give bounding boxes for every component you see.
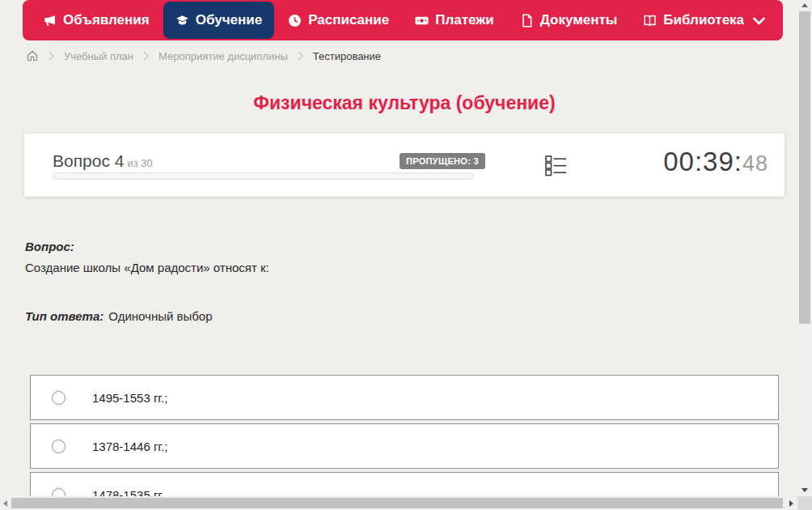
breadcrumb-item-discipline-event[interactable]: Мероприятие дисциплины (159, 50, 288, 62)
nav-item-label: Платежи (435, 12, 494, 28)
answer-type-value: Одиночный выбор (108, 309, 212, 323)
banknote-icon (415, 14, 429, 28)
scrollbar-corner (797, 496, 812, 510)
question-text: Создание школы «Дом радости» относят к: (25, 257, 753, 278)
answer-option-label: 1495-1553 гг.; (92, 391, 167, 405)
question-block: Вопрос: Создание школы «Дом радости» отн… (25, 236, 753, 327)
breadcrumb-item-curriculum[interactable]: Учебный план (64, 50, 133, 62)
main-navbar: Объявления Обучение Расписание Платежи Д… (23, 0, 783, 40)
timer-main: 00:39: (663, 147, 742, 176)
answer-type-row: Тип ответа:Одиночный выбор (25, 306, 753, 327)
page-title: Физическая культура (обучение) (0, 92, 809, 114)
answer-options: 1495-1553 гг.; 1378-1446 гг.; 1478-1535 … (30, 375, 779, 510)
answer-option-2[interactable]: 1378-1446 гг.; (30, 423, 779, 469)
nav-item-label: Объявления (63, 12, 150, 28)
question-heading: Вопрос: (25, 236, 753, 257)
nav-item-label: Расписание (308, 12, 389, 28)
vertical-scrollbar[interactable] (797, 0, 812, 496)
question-list-icon[interactable] (545, 155, 567, 176)
vertical-scroll-thumb[interactable] (799, 11, 810, 324)
chevron-right-icon (143, 51, 149, 61)
nav-item-label: Документы (540, 12, 618, 28)
radio-button[interactable] (52, 440, 66, 453)
question-counter: Вопрос 4из 30 (53, 151, 153, 171)
question-total: из 30 (127, 157, 152, 169)
nav-item-announcements[interactable]: Объявления (31, 2, 162, 39)
document-icon (520, 14, 534, 28)
megaphone-icon (43, 14, 57, 28)
question-number: Вопрос 4 (53, 151, 124, 170)
scroll-left-arrow[interactable] (3, 500, 7, 507)
answer-option-label: 1378-1446 гг.; (92, 440, 167, 453)
quiz-header-card: Вопрос 4из 30 ПРОПУЩЕНО: 3 00:39:48 (24, 134, 785, 197)
scroll-up-arrow[interactable] (801, 3, 808, 7)
graduation-cap-icon (176, 14, 189, 28)
timer-seconds: 48 (742, 151, 768, 176)
horizontal-scroll-thumb[interactable] (11, 498, 783, 508)
breadcrumb: Учебный план Мероприятие дисциплины Тест… (26, 49, 381, 62)
quiz-progress-bar (53, 172, 474, 180)
nav-item-label: Библиотека (663, 12, 744, 28)
nav-item-learning[interactable]: Обучение (163, 2, 274, 39)
clock-icon (288, 14, 302, 28)
home-icon[interactable] (26, 49, 39, 62)
chevron-right-icon (49, 51, 54, 61)
answer-type-label: Тип ответа: (25, 309, 104, 323)
countdown-timer: 00:39:48 (663, 147, 768, 177)
chevron-right-icon (298, 51, 303, 61)
book-icon (643, 14, 657, 28)
chevron-down-icon (752, 14, 766, 28)
nav-item-documents[interactable]: Документы (508, 2, 630, 39)
scroll-down-arrow[interactable] (801, 488, 808, 492)
horizontal-scrollbar[interactable] (0, 496, 797, 510)
nav-item-payments[interactable]: Платежи (403, 2, 506, 39)
nav-item-library[interactable]: Библиотека (631, 2, 778, 39)
breadcrumb-item-testing: Тестирование (313, 50, 381, 62)
answer-option-1[interactable]: 1495-1553 гг.; (30, 375, 779, 420)
nav-item-label: Обучение (196, 12, 262, 28)
nav-item-schedule[interactable]: Расписание (276, 2, 401, 39)
radio-button[interactable] (52, 391, 66, 405)
scroll-right-arrow[interactable] (789, 500, 793, 507)
skipped-badge: ПРОПУЩЕНО: 3 (400, 153, 485, 169)
